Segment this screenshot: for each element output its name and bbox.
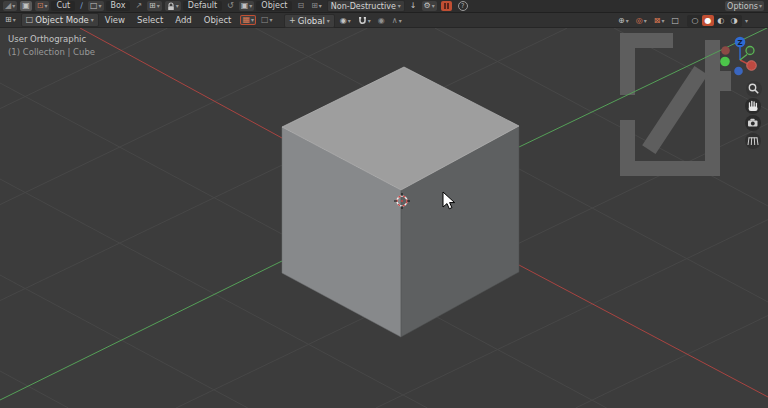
show-overlays-dropdown[interactable]: ◎ ▾ <box>634 16 649 26</box>
viewport-scene: Z <box>0 28 768 408</box>
shading-solid-button[interactable]: ● <box>702 15 714 26</box>
capture-frame-watermark <box>620 33 731 176</box>
show-gizmos-dropdown[interactable]: ⊕ ▾ <box>616 16 631 26</box>
chevron-down-icon: ▾ <box>44 1 47 11</box>
pivot-icon: ◉ <box>340 16 347 26</box>
chevron-down-icon: ▾ <box>327 16 330 26</box>
chevron-down-icon: ▾ <box>398 1 401 11</box>
xray-icon: □ <box>671 16 679 26</box>
falloff-dropdown[interactable]: ∧ ▾ <box>390 16 404 26</box>
cut-mode-icon: ⊡ <box>37 1 44 11</box>
shading-dropdown-icon[interactable]: ▾ <box>745 16 748 26</box>
ortho-toggle-control[interactable] <box>745 133 761 149</box>
shading-wireframe-button[interactable]: ○ <box>689 15 701 26</box>
chevron-down-icon: ▾ <box>270 15 273 25</box>
gizmo-axis-z-neg[interactable] <box>734 67 743 76</box>
menu-view[interactable]: View <box>99 15 131 25</box>
array-icon: ⊞ <box>149 1 156 11</box>
menu-add[interactable]: Add <box>169 15 197 25</box>
header-center-cluster: + Global ▾ ◉ ▾ ▾ ◉ ∧ ▾ <box>281 13 404 28</box>
gizmo-axis-x-pos[interactable] <box>747 61 757 71</box>
grid-array-button[interactable]: ⊞ ▾ <box>309 1 324 11</box>
active-tool-indicator[interactable]: ▦ ▾ <box>240 15 256 25</box>
object-mode-label: Object Mode <box>35 15 89 25</box>
chevron-down-icon: ▾ <box>644 16 647 26</box>
wireframe-icon: ○ <box>691 16 698 25</box>
frame-icon: ▣ <box>22 1 30 11</box>
camera-view-control[interactable] <box>745 115 761 131</box>
orientation-dropdown[interactable]: + Global ▾ <box>284 14 335 28</box>
draw-button[interactable]: ∕ <box>78 1 85 11</box>
chevron-down-icon: ▾ <box>176 1 179 11</box>
boxcutter-logo-icon: ◢ <box>5 1 11 11</box>
grid-plus-icon: ⊞ <box>311 1 318 11</box>
menu-select[interactable]: Select <box>131 15 169 25</box>
xray-dropdown[interactable]: ⊠ ▾ <box>652 16 667 26</box>
tool-fallback-button[interactable]: □ ▾ <box>259 15 275 25</box>
chevron-down-icon: ▾ <box>99 1 102 11</box>
editor-type-button[interactable]: ⊞ ▾ <box>3 15 18 25</box>
proportional-edit-toggle[interactable]: ◉ <box>376 16 387 26</box>
settings-button[interactable]: ⚙ ▾ <box>422 1 437 11</box>
view-controls <box>745 81 762 149</box>
shape-value[interactable]: Box <box>106 1 131 11</box>
object-mode-icon: □ <box>26 15 34 25</box>
down-arrow-icon: ↓ <box>410 1 417 11</box>
apply-mode-button[interactable]: ▣ ▾ <box>239 1 255 11</box>
operation-value[interactable]: Default <box>183 1 222 11</box>
active-collection-label: (1) Collection | Cube <box>8 47 95 57</box>
chevron-down-icon: ▾ <box>368 16 371 26</box>
gizmo-toggle-icon: ⊕ <box>618 16 625 26</box>
edit-shape-button[interactable]: ↗ <box>133 1 144 11</box>
behavior-dropdown[interactable]: Non-Destructive ▾ <box>327 0 405 12</box>
header-right-cluster: ⊕ ▾ ◎ ▾ ⊠ ▾ □ ○ ● ◐ <box>613 13 748 28</box>
zoom-control[interactable] <box>746 81 762 97</box>
chevron-down-icon: ▾ <box>319 1 322 11</box>
chevron-down-icon: ▾ <box>626 16 629 26</box>
options-button[interactable]: Options ▾ <box>725 1 764 11</box>
xray-toggle[interactable]: □ <box>669 16 681 26</box>
array-button[interactable]: ⊞ ▾ <box>147 1 162 11</box>
chevron-down-icon: ▾ <box>348 16 351 26</box>
navigation-gizmo[interactable]: Z <box>720 37 756 76</box>
object-mode-dropdown[interactable]: □ Object Mode ▾ <box>21 13 99 27</box>
lock-icon <box>167 2 175 11</box>
lock-button[interactable]: ▾ <box>165 1 181 11</box>
mode-value[interactable]: Cut <box>51 1 75 11</box>
apply-down-button[interactable]: ↓ <box>408 1 419 11</box>
pause-toggle[interactable] <box>441 1 452 11</box>
xray-dd-icon: ⊠ <box>654 16 661 26</box>
snap-toggle[interactable]: ▾ <box>356 16 373 26</box>
viewport-3d[interactable]: Z <box>0 28 768 408</box>
cube-object[interactable] <box>282 67 519 337</box>
menu-object[interactable]: Object <box>198 15 238 25</box>
options-label: Options <box>727 2 758 11</box>
blender-window: ◢ ▾ ▣ ⊡ ▾ Cut ∕ □ ▾ Box ↗ ⊞ ▾ <box>0 0 768 408</box>
gizmo-axis-y-pos[interactable] <box>746 47 754 55</box>
gizmo-axis-x-neg[interactable] <box>721 46 730 55</box>
mirror-button[interactable]: ⊟ <box>295 1 306 11</box>
shading-rendered-button[interactable]: ◑ <box>728 15 740 26</box>
chevron-down-icon: ▾ <box>251 15 254 25</box>
gear-icon: ⚙ <box>424 1 431 11</box>
chevron-down-icon: ▾ <box>91 15 94 25</box>
view-name-label: User Orthographic <box>8 34 86 44</box>
tool-gray-icon: □ <box>261 15 269 25</box>
shading-material-button[interactable]: ◐ <box>715 15 727 26</box>
shading-mode-group: ○ ● ◐ ◑ <box>687 15 742 27</box>
pivot-dropdown[interactable]: ◉ ▾ <box>338 16 353 26</box>
chevron-down-icon: ▾ <box>157 1 160 11</box>
chevron-down-icon: ▾ <box>13 15 16 25</box>
cut-mode-button[interactable]: ⊡ ▾ <box>35 1 50 11</box>
pan-control[interactable] <box>745 98 761 114</box>
help-button[interactable]: ? <box>458 1 468 11</box>
gizmo-axis-y-neg[interactable] <box>720 57 730 67</box>
loop-button[interactable]: ↺ <box>225 1 236 11</box>
shape-button[interactable]: □ ▾ <box>88 1 104 11</box>
edit-icon: ↗ <box>135 1 142 11</box>
solid-icon: ● <box>704 16 711 25</box>
boxcutter-logo-button[interactable]: ◢ ▾ <box>3 1 17 11</box>
apply-mode-value[interactable]: Object <box>256 1 292 11</box>
gizmo-z-label: Z <box>737 39 742 47</box>
active-tool-button[interactable]: ▣ <box>20 1 32 11</box>
